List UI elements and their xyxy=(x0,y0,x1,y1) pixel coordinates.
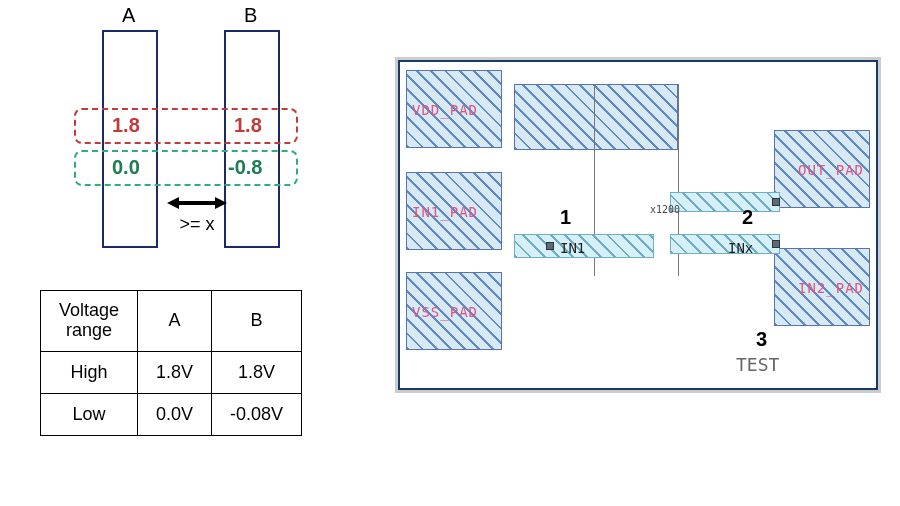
row-high-label: High xyxy=(41,351,138,393)
via-marker-out xyxy=(772,198,780,206)
pad-in2-label: IN2_PAD xyxy=(798,280,864,296)
via-marker-in2 xyxy=(772,240,780,248)
table-header-b: B xyxy=(212,291,302,352)
row-low-b: -0.08V xyxy=(212,393,302,435)
marker-2: 2 xyxy=(742,206,753,229)
low-voltage-group xyxy=(74,150,298,186)
column-a-label: A xyxy=(122,4,135,27)
value-low-b: -0.8 xyxy=(228,156,262,179)
voltage-range-table: Voltage range A B High 1.8V 1.8V Low 0.0… xyxy=(40,290,302,436)
high-voltage-group xyxy=(74,108,298,144)
value-high-a: 1.8 xyxy=(112,114,140,137)
marker-3: 3 xyxy=(756,328,767,351)
table-row: High 1.8V 1.8V xyxy=(41,351,302,393)
table-header-a: A xyxy=(138,291,212,352)
pad-vdd-label: VDD_PAD xyxy=(412,102,478,118)
row-high-b: 1.8V xyxy=(212,351,302,393)
double-arrow-icon xyxy=(167,194,227,212)
pad-in1-label: IN1_PAD xyxy=(412,204,478,220)
row-low-label: Low xyxy=(41,393,138,435)
svg-marker-1 xyxy=(167,197,179,209)
spacing-constraint-label: >= x xyxy=(164,214,230,235)
table-row: Low 0.0V -0.08V xyxy=(41,393,302,435)
voltage-diagram-panel: A B 1.8 1.8 0.0 -0.8 >= x Voltage range … xyxy=(40,0,380,436)
value-low-a: 0.0 xyxy=(112,156,140,179)
via-marker-in1 xyxy=(546,242,554,250)
layout-view: VDD_PAD IN1_PAD VSS_PAD OUT_PAD IN2_PAD … xyxy=(398,60,878,390)
test-label: TEST xyxy=(736,354,779,375)
row-high-a: 1.8V xyxy=(138,351,212,393)
pad-out-label: OUT_PAD xyxy=(798,162,864,178)
net-inx-bar-lower xyxy=(670,234,780,254)
net-inx-bar-upper xyxy=(670,192,780,212)
value-high-b: 1.8 xyxy=(234,114,262,137)
spacing-arrow: >= x xyxy=(164,194,230,235)
cell-name: x1200 xyxy=(650,204,680,215)
svg-marker-2 xyxy=(215,197,227,209)
column-b-label: B xyxy=(244,4,257,27)
row-low-a: 0.0V xyxy=(138,393,212,435)
route-top xyxy=(514,84,678,150)
pad-vss-label: VSS_PAD xyxy=(412,304,478,320)
marker-1: 1 xyxy=(560,206,571,229)
table-header-range: Voltage range xyxy=(41,291,138,352)
net-in1-label: IN1 xyxy=(560,240,585,256)
ab-spacing-diagram: A B 1.8 1.8 0.0 -0.8 >= x xyxy=(60,0,340,270)
net-inx-label: INx xyxy=(728,240,753,256)
